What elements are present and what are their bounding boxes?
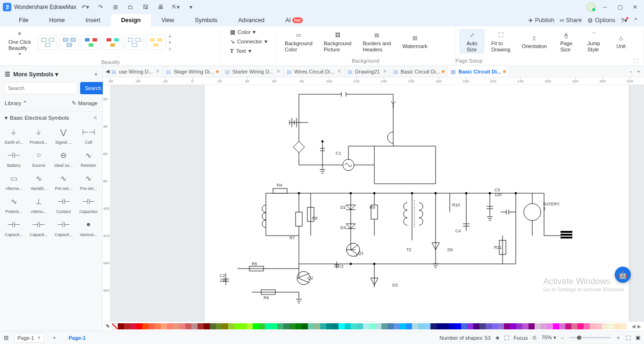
color-swatch[interactable] xyxy=(185,323,191,329)
color-swatch[interactable] xyxy=(584,323,590,329)
symbol-item[interactable]: ∿Pre-set... xyxy=(52,170,76,192)
symbol-item[interactable]: ∿Pre-set... xyxy=(76,170,100,192)
symbol-item[interactable]: ⊢⊣Cell xyxy=(76,124,100,146)
symbol-search-input[interactable] xyxy=(4,82,77,94)
color-swatch[interactable] xyxy=(449,323,455,329)
menu-view[interactable]: View xyxy=(151,14,184,26)
zoom-out-button[interactable]: − xyxy=(561,335,564,341)
color-swatch[interactable] xyxy=(314,323,320,329)
focus-label[interactable]: Focus xyxy=(514,335,528,341)
symbol-item[interactable]: ⊣⊢Capacit... xyxy=(52,216,76,238)
color-swatch[interactable] xyxy=(265,323,271,329)
page-size-button[interactable]: A̲Page Size xyxy=(553,29,579,54)
menu-file[interactable]: File xyxy=(8,14,39,26)
theme-thumb-2[interactable] xyxy=(59,35,79,50)
color-swatch[interactable] xyxy=(443,323,449,329)
auto-size-button[interactable]: ⤢Auto Size xyxy=(459,29,485,54)
pagesetup-launcher-icon[interactable]: ⛶ xyxy=(634,58,639,64)
collapse-panel-button[interactable]: « xyxy=(94,71,98,77)
color-swatch[interactable] xyxy=(259,323,265,329)
document-tab[interactable]: ▤Starter Wiring D...✕ xyxy=(222,66,284,77)
color-swatch[interactable] xyxy=(357,323,363,329)
fit-page-icon[interactable]: ⛶ xyxy=(626,335,631,341)
theme-more-button[interactable]: ≡ xyxy=(169,47,171,51)
menu-symbols[interactable]: Symbols xyxy=(184,14,228,26)
color-swatch[interactable] xyxy=(388,323,394,329)
color-swatch[interactable] xyxy=(547,323,553,329)
layers-icon[interactable]: ◈ xyxy=(495,335,499,341)
color-swatch[interactable] xyxy=(161,323,167,329)
color-swatch[interactable] xyxy=(155,323,161,329)
color-swatch[interactable] xyxy=(136,323,142,329)
color-swatch[interactable] xyxy=(363,323,369,329)
color-swatch[interactable] xyxy=(308,323,314,329)
tab-close-button[interactable]: ✕ xyxy=(276,68,281,74)
symbol-item[interactable]: ⊣⊢Capacit... xyxy=(2,216,26,238)
color-swatch[interactable] xyxy=(124,323,130,329)
theme-thumb-3[interactable] xyxy=(81,35,101,50)
color-swatch[interactable] xyxy=(228,323,234,329)
color-swatch[interactable] xyxy=(590,323,596,329)
color-swatch[interactable] xyxy=(602,323,608,329)
connector-dropdown[interactable]: ↘Connector ▾ xyxy=(228,37,269,46)
theme-down-button[interactable]: ▾ xyxy=(169,40,171,45)
color-swatch[interactable] xyxy=(277,323,283,329)
symbol-item[interactable]: ⊣⊢Battery xyxy=(2,147,26,169)
color-swatch[interactable] xyxy=(332,323,339,329)
symbol-item[interactable]: ▭Alterna... xyxy=(2,170,26,192)
palette-right-button[interactable]: ▶ xyxy=(637,324,641,329)
color-swatch[interactable] xyxy=(486,323,492,329)
bg-color-button[interactable]: ▭Background Color xyxy=(280,29,317,54)
color-swatch[interactable] xyxy=(528,323,535,329)
color-swatch[interactable] xyxy=(375,323,381,329)
symbol-item[interactable]: ○Source xyxy=(27,147,51,169)
color-swatch[interactable] xyxy=(179,323,185,329)
text-dropdown[interactable]: TText ▾ xyxy=(228,47,269,55)
focus-frame-icon[interactable]: ⛶ xyxy=(504,335,509,341)
document-tab[interactable]: ▤Basic Circuit Di... xyxy=(390,66,448,77)
palette-left-button[interactable]: ◀ xyxy=(632,324,636,329)
theme-thumb-4[interactable] xyxy=(103,35,123,50)
color-swatch[interactable] xyxy=(118,323,124,329)
color-swatch[interactable] xyxy=(222,323,228,329)
theme-thumb-1[interactable] xyxy=(38,35,58,50)
tab-add-button[interactable]: ＋ xyxy=(636,68,641,75)
color-swatch[interactable] xyxy=(173,323,179,329)
symbol-item[interactable]: ∿Potenti... xyxy=(2,193,26,215)
color-swatch[interactable] xyxy=(149,323,155,329)
color-swatch[interactable] xyxy=(455,323,461,329)
add-page-button[interactable]: ＋ xyxy=(50,333,59,343)
color-swatch[interactable] xyxy=(578,323,584,329)
export-button[interactable]: ⇱▾ xyxy=(170,1,182,13)
color-swatch[interactable] xyxy=(424,323,430,329)
unit-button[interactable]: △Unit xyxy=(608,32,634,51)
color-swatch[interactable] xyxy=(351,323,357,329)
watermark-button[interactable]: ▨Watermark xyxy=(397,32,432,51)
canvas[interactable]: C1 R4 R8 R7 D2 D4 R9 Q1 C3 T2 D6 D3 R10 … xyxy=(110,85,644,321)
color-swatch[interactable] xyxy=(498,323,504,329)
share-button[interactable]: ∞Share xyxy=(560,17,582,24)
color-swatch[interactable] xyxy=(247,323,253,329)
menu-advanced[interactable]: Advanced xyxy=(228,14,275,26)
minimize-button[interactable]: ─ xyxy=(599,1,611,13)
document-tab[interactable]: ▤Drawing21✕ xyxy=(345,66,390,77)
color-swatch[interactable] xyxy=(608,323,614,329)
zoom-value[interactable]: 75% ▾ xyxy=(541,335,556,341)
document-tab[interactable]: ▤Basic Circuit Di... xyxy=(448,66,509,77)
eyedropper-icon[interactable]: ✎ xyxy=(106,323,110,329)
menu-ai[interactable]: AIhot xyxy=(275,14,313,26)
color-swatch[interactable] xyxy=(504,323,510,329)
theme-thumb-6[interactable] xyxy=(146,35,166,50)
tab-close-button[interactable]: ✕ xyxy=(156,68,160,74)
tab-back-icon[interactable]: ◀ xyxy=(106,68,109,74)
color-swatch[interactable] xyxy=(198,323,204,329)
color-swatch[interactable] xyxy=(571,323,578,329)
color-swatch[interactable] xyxy=(394,323,400,329)
symbol-item[interactable]: ⊣⊢Capacitor xyxy=(76,193,100,215)
symbol-item[interactable]: ∿Resister xyxy=(76,147,100,169)
symbol-item[interactable]: ⏚Earth el... xyxy=(2,124,26,146)
close-button[interactable]: ✕ xyxy=(629,1,641,13)
symbol-item[interactable]: ●Various... xyxy=(76,216,100,238)
tab-close-button[interactable]: ✕ xyxy=(337,68,341,74)
color-swatch[interactable] xyxy=(289,323,296,329)
